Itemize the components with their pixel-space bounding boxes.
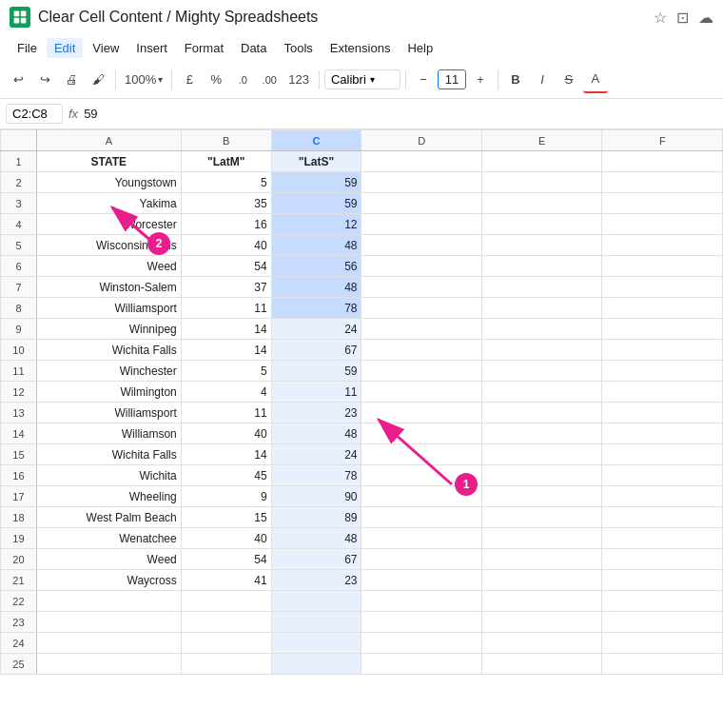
cell-d6[interactable]	[362, 256, 482, 277]
row-header-8[interactable]: 8	[1, 298, 37, 319]
cell-e2[interactable]	[481, 172, 602, 193]
row-header-17[interactable]: 17	[1, 486, 37, 507]
formula-content[interactable]: 59	[84, 107, 717, 121]
cell-a21[interactable]: Waycross	[36, 570, 181, 591]
cell-a12[interactable]: Wilmington	[36, 382, 181, 403]
cell-c15[interactable]: 24	[271, 444, 362, 465]
cell-c9[interactable]: 24	[271, 319, 362, 340]
cell-e25[interactable]	[481, 654, 602, 675]
cell-b18[interactable]: 15	[181, 507, 271, 528]
cell-f22[interactable]	[602, 591, 723, 612]
cell-b3[interactable]: 35	[181, 193, 271, 214]
cell-f20[interactable]	[602, 549, 723, 570]
cell-a15[interactable]: Wichita Falls	[36, 444, 181, 465]
cell-d20[interactable]	[362, 549, 482, 570]
menu-tools[interactable]: Tools	[276, 38, 320, 58]
cell-d22[interactable]	[362, 591, 482, 612]
menu-help[interactable]: Help	[400, 38, 440, 58]
row-header-25[interactable]: 25	[1, 654, 37, 675]
cell-e13[interactable]	[481, 403, 602, 423]
row-header-21[interactable]: 21	[1, 570, 37, 591]
folder-icon[interactable]: ⊡	[676, 9, 689, 27]
cell-a10[interactable]: Wichita Falls	[36, 340, 181, 361]
cell-d2[interactable]	[362, 172, 482, 193]
cell-d15[interactable]	[362, 444, 482, 465]
cell-d25[interactable]	[362, 654, 482, 675]
cell-f1[interactable]	[602, 151, 723, 172]
cell-b10[interactable]: 14	[181, 340, 271, 361]
cell-c23[interactable]	[271, 612, 362, 633]
cell-d24[interactable]	[362, 633, 482, 654]
cell-a25[interactable]	[36, 654, 181, 675]
cell-c20[interactable]: 67	[271, 549, 362, 570]
cell-a11[interactable]: Winchester	[36, 361, 181, 382]
cell-c25[interactable]	[271, 654, 362, 675]
cell-a9[interactable]: Winnipeg	[36, 319, 181, 340]
cell-f13[interactable]	[602, 403, 723, 423]
cell-a6[interactable]: Weed	[36, 256, 181, 277]
cell-a3[interactable]: Yakima	[36, 193, 181, 214]
font-size-decrease[interactable]: −	[411, 67, 436, 93]
cell-b11[interactable]: 5	[181, 361, 271, 382]
cell-b5[interactable]: 40	[181, 235, 271, 256]
cell-c10[interactable]: 67	[271, 340, 362, 361]
row-header-6[interactable]: 6	[1, 256, 37, 277]
cell-b20[interactable]: 54	[181, 549, 271, 570]
decimal-inc-button[interactable]: .00	[257, 67, 282, 93]
row-header-24[interactable]: 24	[1, 633, 37, 654]
cell-d19[interactable]	[362, 528, 482, 549]
currency-button[interactable]: £	[177, 67, 202, 93]
cell-reference[interactable]: C2:C8	[6, 104, 63, 124]
cell-f25[interactable]	[602, 654, 723, 675]
cell-a16[interactable]: Wichita	[36, 465, 181, 486]
cell-d9[interactable]	[362, 319, 482, 340]
col-header-b[interactable]: B	[181, 130, 271, 151]
number-format-button[interactable]: 123	[283, 67, 314, 93]
cell-c18[interactable]: 89	[271, 507, 362, 528]
strikethrough-button[interactable]: S	[557, 67, 581, 93]
cell-b14[interactable]: 40	[181, 423, 271, 444]
cell-d8[interactable]	[362, 298, 482, 319]
cell-e22[interactable]	[481, 591, 602, 612]
cell-b15[interactable]: 14	[181, 444, 271, 465]
cell-a18[interactable]: West Palm Beach	[36, 507, 181, 528]
cell-d3[interactable]	[362, 193, 482, 214]
cell-c13[interactable]: 23	[271, 403, 362, 423]
cell-f11[interactable]	[602, 361, 723, 382]
cell-a17[interactable]: Wheeling	[36, 486, 181, 507]
col-header-d[interactable]: D	[362, 130, 482, 151]
cell-f16[interactable]	[602, 465, 723, 486]
cell-c11[interactable]: 59	[271, 361, 362, 382]
cell-f15[interactable]	[602, 444, 723, 465]
font-size-box[interactable]: 11	[438, 69, 466, 89]
cell-d21[interactable]	[362, 570, 482, 591]
cell-c24[interactable]	[271, 633, 362, 654]
cell-d23[interactable]	[362, 612, 482, 633]
cell-e15[interactable]	[481, 444, 602, 465]
cell-f24[interactable]	[602, 633, 723, 654]
cell-a23[interactable]	[36, 612, 181, 633]
cell-a20[interactable]: Weed	[36, 549, 181, 570]
menu-file[interactable]: File	[10, 38, 45, 58]
cell-e20[interactable]	[481, 549, 602, 570]
cell-b12[interactable]: 4	[181, 382, 271, 403]
cell-a22[interactable]	[36, 591, 181, 612]
menu-format[interactable]: Format	[177, 38, 231, 58]
cell-d5[interactable]	[362, 235, 482, 256]
cell-e21[interactable]	[481, 570, 602, 591]
col-header-f[interactable]: F	[602, 130, 723, 151]
cell-f17[interactable]	[602, 486, 723, 507]
cell-e23[interactable]	[481, 612, 602, 633]
cell-e19[interactable]	[481, 528, 602, 549]
cloud-icon[interactable]: ☁	[698, 9, 713, 27]
cell-c14[interactable]: 48	[271, 423, 362, 444]
cell-e5[interactable]	[481, 235, 602, 256]
cell-b16[interactable]: 45	[181, 465, 271, 486]
cell-b21[interactable]: 41	[181, 570, 271, 591]
cell-c2[interactable]: 59	[271, 172, 362, 193]
cell-d4[interactable]	[362, 214, 482, 235]
cell-b8[interactable]: 11	[181, 298, 271, 319]
bold-button[interactable]: B	[503, 67, 528, 93]
cell-d18[interactable]	[362, 507, 482, 528]
cell-e17[interactable]	[481, 486, 602, 507]
